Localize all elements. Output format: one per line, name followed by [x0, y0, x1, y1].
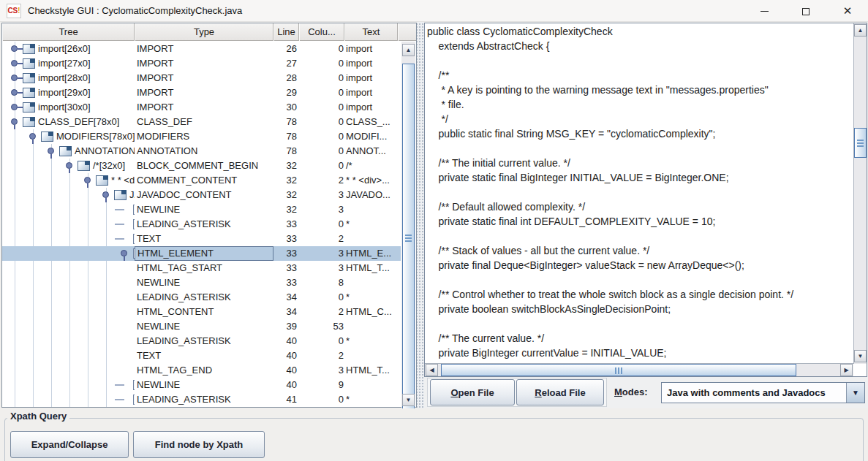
table-row[interactable]: import[26x0]IMPORT260import [2, 42, 401, 56]
tree-scrollbar-thumb[interactable] [402, 64, 415, 412]
column-header-tree[interactable]: Tree [2, 23, 135, 41]
tree-expand-handle[interactable] [11, 45, 18, 52]
tree-node-label: * * <div>... [111, 173, 135, 188]
line-cell: 26 [273, 42, 299, 56]
table-row[interactable]: import[28x0]IMPORT280import [2, 71, 401, 85]
open-file-button[interactable]: Open File [430, 379, 515, 405]
tree-expand-handle[interactable] [11, 104, 18, 110]
table-row[interactable]: import[27x0]IMPORT270import [2, 56, 401, 71]
reload-file-button[interactable]: Reload File [516, 379, 604, 405]
tree-expand-handle[interactable] [11, 60, 18, 66]
tree-expand-handle[interactable] [11, 118, 18, 125]
folder-icon [41, 132, 53, 142]
table-row[interactable]: MODIFIERS[78x0]MODIFIERS780MODIFI... [2, 129, 401, 144]
split-pane-divider[interactable] [417, 22, 424, 408]
type-cell: CLASS_DEF [135, 115, 273, 129]
tree-cell [2, 290, 135, 305]
column-header-text[interactable]: Text [344, 23, 398, 41]
column-cell: 0 [299, 56, 344, 71]
table-row[interactable]: import[30x0]IMPORT300import [2, 100, 401, 115]
tree-guide-line [69, 392, 70, 407]
table-row[interactable]: NEWLINE409 [2, 378, 401, 392]
table-row[interactable]: LEADING_ASTERISK400* [2, 334, 401, 348]
close-button[interactable]: ✕ [831, 0, 864, 22]
tree-expand-handle[interactable] [66, 162, 72, 169]
table-row[interactable]: import[29x0]IMPORT290import [2, 85, 401, 100]
code-vscrollbar-thumb[interactable] [854, 128, 867, 158]
tree-cell: MODIFIERS[78x0] [2, 129, 135, 144]
table-row[interactable]: LEADING_ASTERISK340* [2, 290, 401, 305]
column-header-columns[interactable]: Colu... [299, 23, 344, 41]
column-header-type[interactable]: Type [135, 23, 273, 41]
minimize-button[interactable] [747, 0, 781, 22]
scroll-down-icon[interactable]: ▼ [402, 394, 415, 406]
maximize-button[interactable] [789, 0, 823, 22]
text-cell: * [344, 392, 401, 407]
tree-expand-handle[interactable] [11, 89, 18, 96]
tree-expand-handle[interactable] [48, 148, 54, 154]
tree-expand-handle[interactable] [11, 75, 18, 81]
table-row[interactable]: LEADING_ASTERISK410* [2, 392, 401, 407]
table-row[interactable]: HTML_TAG_END403HTML_T... [2, 363, 401, 378]
source-code-panel[interactable]: public class CyclomaticComplexityCheck e… [424, 23, 867, 377]
tree-guide-line [15, 232, 15, 246]
scroll-down-icon[interactable]: ▼ [854, 350, 867, 362]
tree-guide-line [69, 202, 70, 217]
table-row[interactable]: LEADING_ASTERISK330* [2, 217, 401, 232]
scroll-right-icon[interactable]: ▶ [840, 364, 853, 376]
tree-guide-line [69, 188, 70, 202]
code-horizontal-scrollbar[interactable]: ◀ ▶ [425, 363, 853, 376]
tree-expand-handle[interactable] [29, 133, 36, 140]
column-header-line[interactable]: Line [273, 23, 299, 41]
type-cell: LEADING_ASTERISK [135, 217, 273, 232]
column-cell: 0 [299, 129, 344, 144]
table-row[interactable]: HTML_CONTENT342HTML_C... [2, 305, 401, 319]
ast-tree-table: Tree Type Line Colu... Text import[26x0]… [1, 23, 417, 408]
table-row[interactable]: TEXT402 [2, 348, 401, 363]
tree-guide-line [69, 261, 70, 275]
tree-guide-line [69, 319, 70, 334]
table-row[interactable]: HTML_TAG_START333HTML_T... [2, 261, 401, 275]
checkstyle-gui-window: CS! Checkstyle GUI : CyclomaticComplexit… [0, 0, 868, 461]
tree-guide-line [15, 290, 15, 305]
find-node-by-xpath-button[interactable]: Find node by Xpath [133, 431, 265, 458]
source-code-text[interactable]: public class CyclomaticComplexityCheck e… [427, 24, 793, 360]
xpath-query-title: Xpath Query [7, 411, 69, 422]
table-row[interactable]: * * <div>...COMMENT_CONTENT322* * <div>.… [2, 173, 401, 188]
tree-cell [2, 334, 135, 348]
tree-vertical-scrollbar[interactable]: ▲ ▼ [401, 42, 415, 408]
type-cell: LEADING_ASTERISK [135, 334, 273, 348]
scroll-left-icon[interactable]: ◀ [426, 364, 438, 376]
scroll-up-icon[interactable]: ▲ [854, 24, 867, 37]
table-row[interactable]: JAVADOC_CONTENTJAVADOC_CONTENT323JAVADO.… [2, 188, 401, 202]
table-row[interactable]: NEWLINE3953 [2, 319, 401, 334]
scroll-up-icon[interactable]: ▲ [402, 44, 415, 56]
table-row[interactable]: /*[32x0]BLOCK_COMMENT_BEGIN320/* [2, 159, 401, 173]
text-cell: import [344, 56, 401, 71]
column-cell: 0 [299, 71, 344, 85]
line-cell: 78 [273, 144, 299, 159]
tree-expand-handle[interactable] [102, 191, 109, 198]
tree-expand-handle[interactable] [121, 250, 127, 256]
line-cell: 34 [273, 290, 299, 305]
expand-collapse-button[interactable]: Expand/Collapse [10, 431, 129, 458]
column-cell: 2 [299, 305, 344, 319]
tree-expand-handle[interactable] [84, 177, 91, 183]
table-row[interactable]: CLASS_DEF[78x0]CLASS_DEF780CLASS_... [2, 115, 401, 129]
text-cell [344, 319, 401, 334]
tree-guide-line [88, 188, 88, 202]
text-cell: import [344, 100, 401, 115]
table-row[interactable]: NEWLINE338 [2, 275, 401, 290]
table-row[interactable]: NEWLINE323 [2, 202, 401, 217]
table-row[interactable]: ANNOTATION[78x0]ANNOTATION780ANNOT... [2, 144, 401, 159]
code-vertical-scrollbar[interactable]: ▲ ▼ [853, 23, 867, 364]
text-cell: HTML_E... [344, 246, 401, 261]
folder-icon [78, 161, 90, 171]
chevron-down-icon[interactable]: ▼ [846, 383, 864, 403]
table-row[interactable]: HTML_ELEMENT333HTML_E... [2, 246, 401, 261]
code-hscrollbar-thumb[interactable] [441, 364, 796, 376]
mode-combobox[interactable]: Java with comments and Javadocs ▼ [661, 382, 865, 403]
table-row[interactable]: TEXT332 [2, 232, 401, 246]
title-bar[interactable]: CS! Checkstyle GUI : CyclomaticComplexit… [0, 0, 868, 22]
tree-guide-line [51, 261, 52, 275]
